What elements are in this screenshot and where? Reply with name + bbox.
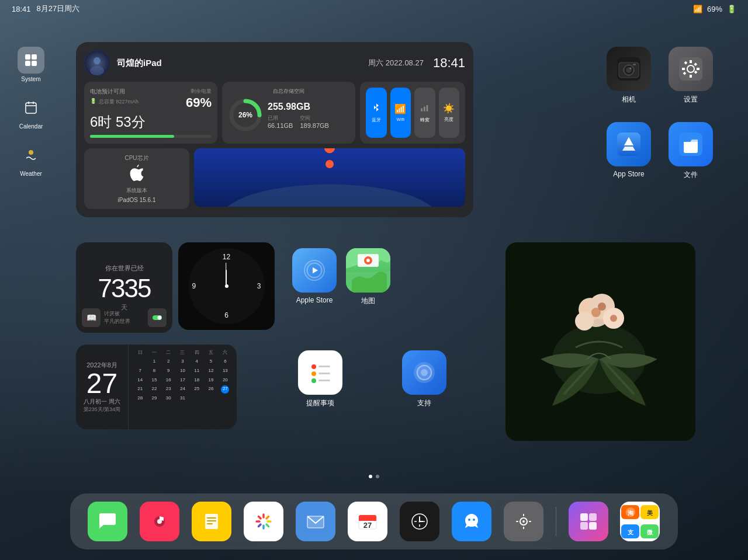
svg-point-92 — [468, 519, 470, 521]
days-counter-widget: 你在世界已经 7335 天 📖 讨厌被 平凡的世界 — [76, 242, 172, 333]
maps-icon — [346, 248, 390, 293]
avatar — [84, 50, 110, 76]
clock-center — [225, 284, 228, 288]
clock-num-6: 6 — [224, 311, 228, 319]
svg-rect-1 — [32, 54, 37, 60]
time-remaining: 6时 53分 — [90, 113, 212, 131]
svg-point-31 — [158, 316, 162, 320]
dock-notes[interactable] — [192, 502, 231, 541]
apple-store-app[interactable]: Apple Store — [292, 248, 337, 306]
app-appstore-wrap[interactable]: App Store — [607, 122, 651, 180]
status-time: 18:41 — [12, 5, 31, 13]
calendar-right: 日 一 二 三 四 五 六 1 2 3 4 5 6 7 8 9 10 11 12… — [129, 345, 237, 429]
toggle-cellular[interactable]: 蜂窝 — [414, 88, 435, 138]
toggle-brightness[interactable]: ☀️ 亮度 — [439, 88, 460, 138]
battery-bar-fill — [90, 135, 174, 138]
wallpaper-thumbnail — [194, 148, 465, 207]
svg-point-41 — [311, 378, 316, 383]
svg-rect-14 — [421, 108, 423, 111]
storage-percent: 26% — [228, 98, 263, 133]
svg-point-93 — [473, 519, 475, 521]
maps-app[interactable]: 地图 — [346, 248, 390, 306]
toggle-bluetooth-label: 蓝牙 — [372, 117, 381, 123]
dock-photos[interactable] — [244, 502, 283, 541]
storage-total: 255.98GB — [268, 102, 329, 112]
dock-taobao[interactable]: 淘 美 支 微 — [620, 502, 660, 541]
app-settings-wrap[interactable]: 设置 — [669, 47, 713, 105]
svg-point-38 — [366, 259, 370, 262]
svg-rect-98 — [523, 527, 524, 529]
widget-time: 18:41 — [433, 55, 465, 71]
alipay-icon: 支 — [621, 524, 639, 538]
support-app[interactable]: 支持 — [402, 350, 446, 408]
svg-rect-2 — [25, 61, 30, 66]
storage-donut: 26% — [228, 98, 263, 133]
reminders-app[interactable]: 提醒事项 — [298, 350, 342, 408]
svg-rect-102 — [580, 513, 588, 521]
clock-widget: 12 3 6 9 — [178, 242, 275, 330]
dock-clock[interactable] — [400, 502, 439, 541]
app-store-icon — [607, 122, 651, 166]
storage-card: 自总存储空间 26% 255.98GB 已用 66.11GB — [222, 82, 355, 144]
clock-face: 12 3 6 9 — [189, 248, 265, 324]
storage-used: 66.11GB — [268, 122, 293, 129]
support-label: 支持 — [417, 398, 431, 408]
reminders-label: 提醒事项 — [306, 398, 334, 408]
apple-store-icon — [292, 248, 337, 293]
svg-text:美: 美 — [646, 509, 653, 516]
toggle-bluetooth[interactable]: 蓝牙 — [366, 88, 387, 138]
camera-icon — [607, 47, 651, 91]
page-dots — [369, 475, 379, 478]
app-store-label: App Store — [613, 170, 644, 178]
dock-music[interactable] — [140, 502, 179, 541]
storage-free: 189.87GB — [300, 122, 329, 129]
app-files-wrap[interactable]: 文件 — [669, 122, 713, 180]
dock-messages[interactable] — [88, 502, 127, 541]
clock-num-12: 12 — [223, 253, 230, 261]
battery-label-text: 电池预计可用 — [90, 88, 138, 96]
svg-rect-62 — [207, 517, 216, 519]
sidebar-item-weather[interactable]: Weather — [18, 141, 44, 177]
cal-weekday: 八月初一 周六 — [84, 398, 120, 406]
status-date: 8月27日周六 — [37, 4, 80, 14]
svg-rect-43 — [318, 373, 330, 374]
meituan-icon: 美 — [640, 505, 659, 519]
svg-rect-64 — [207, 523, 213, 524]
svg-rect-26 — [633, 64, 636, 65]
cal-header: 日 一 二 三 四 五 六 — [133, 349, 232, 356]
dock-qq[interactable] — [452, 502, 491, 541]
device-name: 司煌的iPad — [117, 58, 162, 69]
svg-point-45 — [421, 369, 428, 376]
cpu-label: CPU芯片 — [124, 154, 148, 162]
sidebar-item-system[interactable]: System — [18, 47, 44, 82]
dock-calendar[interactable]: 27 — [348, 502, 387, 541]
wechat-icon: 微 — [640, 524, 659, 538]
support-icon — [402, 350, 446, 395]
dock-hue[interactable] — [569, 502, 608, 541]
svg-rect-42 — [318, 366, 330, 367]
files-icon — [669, 122, 713, 166]
top-right-apps: 相机 设置 App Store 文件 — [607, 47, 713, 180]
cal-grid: 1 2 3 4 5 6 7 8 9 10 11 12 13 14 15 16 1… — [133, 357, 232, 403]
svg-point-40 — [311, 371, 316, 376]
dock-mail[interactable] — [296, 502, 335, 541]
dock-settings[interactable] — [504, 502, 543, 541]
svg-text:淘: 淘 — [628, 510, 633, 516]
svg-rect-0 — [25, 54, 30, 60]
cpu-card: CPU芯片 系统版本 iPadOS 15.6.1 — [84, 148, 189, 209]
wifi-icon: 📶 — [693, 5, 702, 13]
middle-apps: Apple Store 地图 — [292, 248, 390, 306]
toggle-wifi[interactable]: 📶 Wifi — [390, 88, 411, 138]
svg-rect-100 — [529, 521, 531, 522]
camera-label: 相机 — [622, 95, 636, 105]
settings-label: 设置 — [684, 95, 698, 105]
svg-point-11 — [90, 66, 104, 75]
svg-line-70 — [266, 524, 269, 527]
svg-rect-3 — [32, 61, 37, 66]
app-camera-wrap[interactable]: 相机 — [607, 47, 651, 105]
svg-rect-15 — [424, 106, 425, 111]
storage-used-block: 已用 66.11GB — [268, 114, 293, 129]
battery-bar — [90, 135, 212, 138]
svg-point-90 — [418, 521, 420, 523]
sidebar-item-calendar[interactable]: Calendar — [18, 94, 44, 130]
